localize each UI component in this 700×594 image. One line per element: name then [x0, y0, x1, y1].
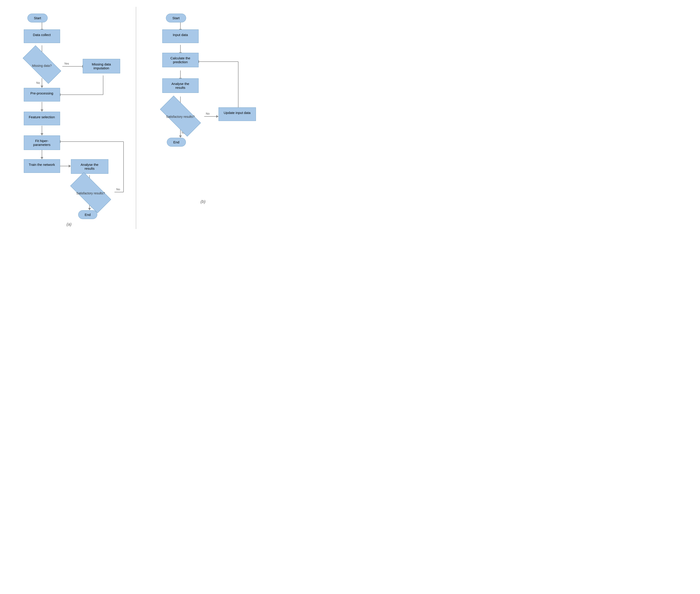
svg-marker-24 [88, 208, 91, 210]
node-satisfactory-a: Satisfactory results? [69, 181, 112, 206]
calculate-prediction-label: Calculate the prediction [170, 56, 190, 64]
svg-text:No: No [116, 188, 120, 191]
input-data-shape: Input data [162, 29, 198, 43]
start-label-b: Start [172, 16, 180, 20]
node-end-a: End [78, 210, 97, 219]
node-pre-processing: Pre-processing [24, 88, 60, 101]
svg-text:No: No [206, 112, 210, 115]
satisfactory-wrapper-b: Satisfactory results? [159, 104, 202, 129]
node-start-a: Start [27, 13, 48, 23]
diagram-a: No Yes [4, 7, 133, 229]
node-calculate-prediction: Calculate the prediction [162, 53, 198, 67]
diagrams-divider [136, 7, 136, 229]
svg-marker-18 [40, 157, 43, 159]
node-data-collect: Data collect [24, 29, 60, 43]
diagram-a-inner: No Yes [6, 9, 133, 218]
satisfactory-wrapper-a: Satisfactory results? [69, 181, 112, 206]
fit-hiper-shape: Fit hiper-parameters [24, 135, 60, 150]
node-start-b: Start [166, 13, 186, 23]
diagram-b-label: (b) [201, 199, 205, 204]
svg-marker-20 [69, 165, 71, 167]
svg-text:No: No [36, 81, 40, 85]
svg-marker-16 [40, 133, 43, 135]
missing-data-wrapper: Missing data? [22, 53, 62, 78]
calculate-prediction-shape: Calculate the prediction [162, 53, 198, 67]
diagram-b-svg: Yes No [144, 9, 262, 195]
node-train-network: Train the network [24, 159, 60, 173]
analyse-results-shape-b: Analyse the results [162, 78, 198, 93]
train-network-label: Train the network [29, 163, 55, 166]
input-data-label: Input data [173, 33, 188, 37]
satisfactory-text-a: Satisfactory results? [76, 191, 105, 195]
node-analyse-results-b: Analyse the results [162, 78, 198, 93]
svg-marker-43 [216, 115, 219, 118]
train-network-shape: Train the network [24, 159, 60, 173]
diagram-b-inner: Yes No Start Input data [144, 9, 262, 195]
end-shape-a: End [78, 210, 97, 219]
start-shape-a: Start [27, 13, 48, 23]
fit-hiper-label: Fit hiper-parameters [33, 139, 51, 146]
missing-imputation-label: Missing data imputation [92, 62, 111, 70]
missing-data-text: Missing data? [32, 64, 52, 68]
update-input-shape: Update input data [219, 107, 256, 121]
diagram-a-label: (a) [67, 222, 72, 227]
svg-marker-40 [179, 135, 182, 138]
start-shape-b: Start [166, 13, 186, 23]
svg-text:Yes: Yes [64, 62, 69, 65]
node-update-input: Update input data [219, 107, 256, 121]
update-input-label: Update input data [224, 111, 251, 114]
analyse-results-shape-a: Analyse the results [71, 159, 108, 174]
svg-marker-5 [40, 86, 43, 88]
analyse-results-label-b: Analyse the results [171, 82, 189, 90]
satisfactory-text-b: Satisfactory results? [166, 114, 194, 119]
pre-processing-label: Pre-processing [30, 91, 53, 95]
analyse-results-label-a: Analyse the results [81, 163, 98, 170]
node-end-b: End [167, 138, 186, 146]
node-missing-imputation: Missing data imputation [83, 59, 120, 73]
node-missing-data: Missing data? [22, 53, 62, 78]
node-satisfactory-b: Satisfactory results? [159, 104, 202, 129]
diagrams-container: No Yes [0, 0, 272, 236]
node-feature-selection: Feature selection [24, 112, 60, 125]
node-fit-hiper: Fit hiper-parameters [24, 135, 60, 150]
diagram-b: Yes No Start Input data [138, 7, 267, 229]
feature-selection-shape: Feature selection [24, 112, 60, 125]
start-label-a: Start [34, 16, 41, 20]
svg-marker-14 [40, 109, 43, 112]
node-analyse-results-a: Analyse the results [71, 159, 108, 174]
end-label-b: End [173, 140, 180, 144]
pre-processing-shape: Pre-processing [24, 88, 60, 101]
data-collect-shape: Data collect [24, 29, 60, 43]
missing-imputation-shape: Missing data imputation [83, 59, 120, 73]
feature-selection-label: Feature selection [29, 115, 55, 119]
end-label-a: End [85, 213, 91, 217]
data-collect-label: Data collect [33, 33, 51, 37]
node-input-data: Input data [162, 29, 198, 43]
end-shape-b: End [167, 138, 186, 146]
